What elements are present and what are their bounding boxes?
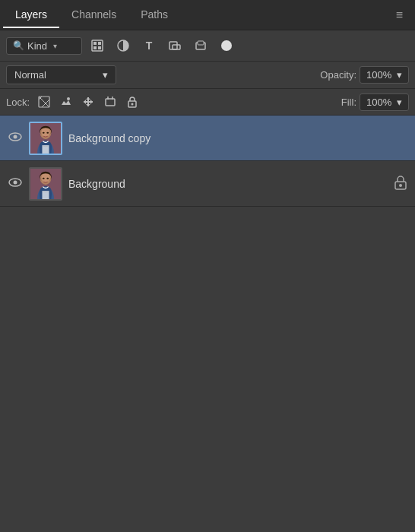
opacity-input[interactable]: 100% ▾ [360, 66, 409, 84]
layers-list: Background copy [0, 116, 415, 207]
tabs-bar: Layers Channels Paths ≡ [0, 0, 415, 30]
blend-row: Normal ▾ Opacity: 100% ▾ [0, 62, 415, 89]
filter-circle-icon[interactable] [216, 35, 237, 56]
svg-rect-2 [98, 42, 101, 45]
tab-layers[interactable]: Layers [3, 2, 59, 28]
filter-shape-icon[interactable] [164, 35, 185, 56]
lock-pixels-icon[interactable] [57, 93, 75, 111]
svg-point-31 [14, 180, 17, 184]
svg-rect-1 [93, 42, 97, 45]
filter-adjustment-icon[interactable] [112, 35, 134, 56]
panel-menu-icon[interactable]: ≡ [387, 2, 412, 28]
filter-smartobj-icon[interactable] [190, 35, 211, 56]
bottom-area [0, 207, 415, 359]
svg-point-26 [42, 127, 50, 137]
fill-chevron-icon: ▾ [397, 97, 402, 108]
layer-thumbnail [29, 167, 62, 201]
kind-filter-select[interactable]: 🔍 Kind ▾ [6, 37, 82, 55]
lock-row: Lock: [0, 89, 415, 116]
filter-pixel-icon[interactable] [87, 35, 108, 56]
fill-group: Fill: 100% ▾ [341, 93, 409, 111]
search-icon: 🔍 [13, 40, 24, 51]
svg-rect-3 [93, 46, 97, 49]
lock-label: Lock: [6, 97, 30, 108]
svg-point-36 [43, 177, 45, 179]
lock-transparent-icon[interactable] [35, 93, 53, 111]
kind-label: Kind [27, 40, 47, 52]
visibility-icon[interactable] [8, 177, 23, 191]
svg-point-35 [42, 173, 50, 182]
svg-rect-7 [173, 45, 180, 49]
tab-channels[interactable]: Channels [59, 2, 128, 28]
fill-value: 100% [366, 97, 391, 108]
layer-name: Background [68, 178, 388, 190]
svg-rect-6 [169, 42, 177, 49]
svg-rect-9 [198, 41, 204, 45]
fill-label: Fill: [341, 97, 356, 108]
opacity-label: Opacity: [320, 69, 356, 81]
svg-point-37 [46, 177, 49, 179]
svg-point-15 [67, 97, 70, 100]
svg-rect-16 [106, 99, 115, 106]
filter-row: 🔍 Kind ▾ T [0, 30, 415, 62]
svg-point-10 [221, 40, 232, 51]
layer-lock-badge [394, 175, 407, 193]
lock-artboard-icon[interactable] [101, 93, 119, 111]
fill-input[interactable]: 100% ▾ [360, 93, 409, 111]
svg-point-20 [131, 103, 134, 106]
lock-position-icon[interactable] [79, 93, 97, 111]
svg-point-28 [46, 131, 49, 133]
layer-item[interactable]: Background [0, 161, 415, 207]
visibility-icon[interactable] [8, 131, 23, 145]
svg-rect-4 [98, 46, 101, 49]
filter-type-icon[interactable]: T [138, 35, 160, 56]
blend-mode-value: Normal [14, 69, 46, 81]
tab-paths[interactable]: Paths [128, 2, 180, 28]
layer-item[interactable]: Background copy [0, 116, 415, 161]
lock-all-icon[interactable] [123, 93, 141, 111]
kind-chevron-icon: ▾ [53, 42, 57, 50]
opacity-value: 100% [366, 69, 391, 81]
opacity-group: Opacity: 100% ▾ [320, 66, 409, 84]
layer-thumbnail [29, 122, 62, 155]
layer-name: Background copy [68, 132, 407, 144]
svg-point-22 [14, 135, 17, 138]
opacity-chevron-icon: ▾ [397, 69, 402, 81]
svg-point-27 [43, 131, 45, 133]
blend-mode-chevron-icon: ▾ [103, 69, 108, 81]
blend-mode-select[interactable]: Normal ▾ [6, 65, 116, 84]
svg-point-40 [399, 184, 402, 187]
